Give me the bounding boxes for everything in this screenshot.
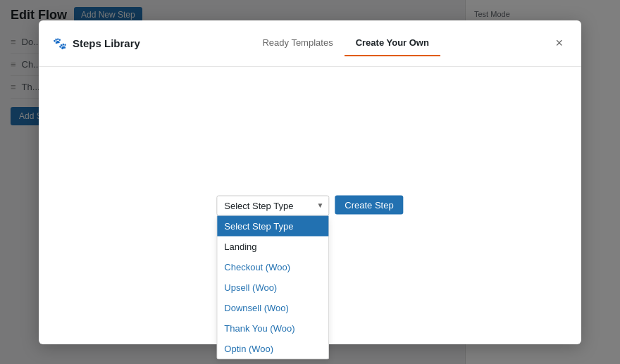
dropdown-item-checkout-woo[interactable]: Checkout (Woo) [217, 256, 328, 277]
dropdown-item-downsell-woo[interactable]: Downsell (Woo) [217, 297, 328, 318]
steps-library-icon: 🐾 [53, 37, 67, 50]
create-step-button[interactable]: Create Step [335, 195, 403, 214]
modal-header: 🐾 Steps Library Ready Templates Create Y… [39, 20, 581, 67]
modal-title: Steps Library [73, 37, 140, 49]
tab-ready-templates[interactable]: Ready Templates [251, 30, 344, 56]
tab-create-your-own[interactable]: Create Your Own [345, 30, 440, 56]
dropdown-item-upsell-woo[interactable]: Upsell (Woo) [217, 277, 328, 297]
step-type-dropdown-menu: Select Step Type Landing Checkout (Woo) … [216, 215, 329, 359]
modal-close-button[interactable]: × [551, 35, 567, 51]
dropdown-item-placeholder[interactable]: Select Step Type [217, 215, 328, 236]
modal-title-wrap: 🐾 Steps Library [53, 37, 140, 50]
step-type-select-wrapper: Select Step Type Landing Checkout (Woo) … [216, 195, 329, 215]
step-type-select[interactable]: Select Step Type Landing Checkout (Woo) … [216, 195, 329, 215]
steps-library-modal: 🐾 Steps Library Ready Templates Create Y… [39, 20, 581, 344]
modal-tabs: Ready Templates Create Your Own [237, 30, 454, 56]
dropdown-item-thankyou-woo[interactable]: Thank You (Woo) [217, 318, 328, 338]
modal-body: Select Step Type Landing Checkout (Woo) … [39, 67, 581, 344]
dropdown-item-optin-woo[interactable]: Optin (Woo) [217, 338, 328, 358]
dropdown-item-landing[interactable]: Landing [217, 236, 328, 256]
create-step-area: Select Step Type Landing Checkout (Woo) … [216, 195, 403, 215]
modal-overlay: 🐾 Steps Library Ready Templates Create Y… [0, 0, 620, 364]
